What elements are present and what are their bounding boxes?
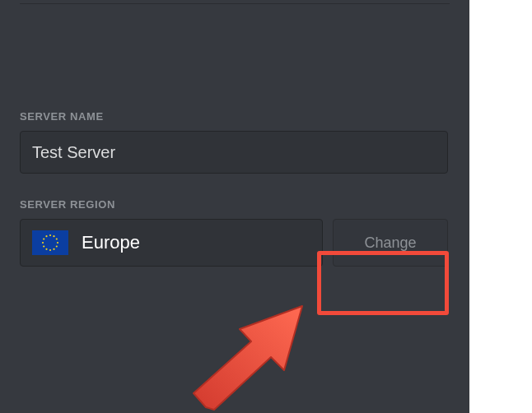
svg-point-2	[53, 235, 54, 237]
server-name-label: SERVER NAME	[20, 110, 450, 123]
svg-rect-0	[32, 230, 68, 255]
server-settings-panel: SERVER NAME SERVER REGION	[0, 0, 469, 413]
svg-point-10	[42, 242, 44, 244]
eu-flag-icon	[32, 230, 68, 255]
svg-point-12	[45, 235, 47, 237]
server-region-label: SERVER REGION	[20, 198, 450, 211]
svg-point-8	[45, 248, 47, 250]
svg-point-6	[53, 248, 54, 250]
svg-point-1	[49, 234, 51, 236]
server-region-row: Europe Change	[20, 219, 448, 267]
change-region-button[interactable]: Change	[333, 219, 448, 267]
svg-point-7	[49, 249, 51, 251]
region-display: Europe	[20, 219, 323, 267]
svg-point-11	[43, 238, 44, 239]
region-name: Europe	[82, 232, 140, 253]
server-name-input[interactable]	[20, 131, 448, 174]
svg-point-5	[56, 245, 58, 247]
change-button-label: Change	[364, 234, 416, 252]
divider	[20, 3, 450, 4]
annotation-arrow-icon	[161, 296, 325, 411]
svg-point-3	[56, 238, 58, 239]
svg-point-4	[57, 242, 58, 244]
svg-point-9	[43, 245, 44, 247]
svg-marker-13	[194, 306, 302, 410]
